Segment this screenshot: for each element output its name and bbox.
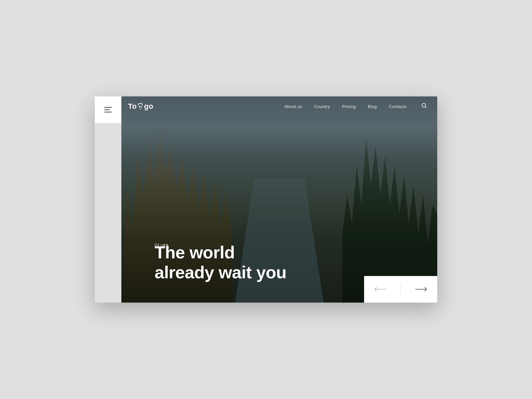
- headline-line2: already wait you: [155, 263, 287, 282]
- svg-point-0: [422, 103, 426, 107]
- hamburger-icon: [104, 107, 112, 112]
- nav-link-blog[interactable]: Blog: [368, 104, 377, 109]
- arrows-divider: [400, 284, 401, 294]
- next-arrow-button[interactable]: [408, 284, 434, 295]
- navbar: To go About us Country Pricing Blog Cont…: [121, 96, 437, 116]
- logo-text-to: To: [128, 102, 137, 111]
- nav-link-about-us[interactable]: About us: [284, 104, 302, 109]
- sidebar-toggle-button[interactable]: [95, 96, 121, 123]
- hero-headline: The world already wait you: [155, 243, 287, 283]
- nav-arrows-panel: [364, 276, 437, 303]
- nav-link-pricing[interactable]: Pricing: [342, 104, 356, 109]
- nav-links: About us Country Pricing Blog Contacts: [284, 103, 427, 110]
- svg-line-1: [425, 106, 427, 108]
- browser-window: To go About us Country Pricing Blog Cont…: [95, 96, 437, 303]
- logo-wifi-icon: [138, 103, 143, 109]
- logo[interactable]: To go: [128, 102, 153, 111]
- nav-link-contacts[interactable]: Contacts: [389, 104, 407, 109]
- search-icon[interactable]: [421, 103, 427, 110]
- hero-section: To go About us Country Pricing Blog Cont…: [121, 96, 437, 303]
- prev-arrow-button[interactable]: [368, 284, 393, 295]
- headline-line1: The world: [155, 243, 235, 262]
- logo-text-go: go: [144, 102, 153, 111]
- nav-link-country[interactable]: Country: [314, 104, 330, 109]
